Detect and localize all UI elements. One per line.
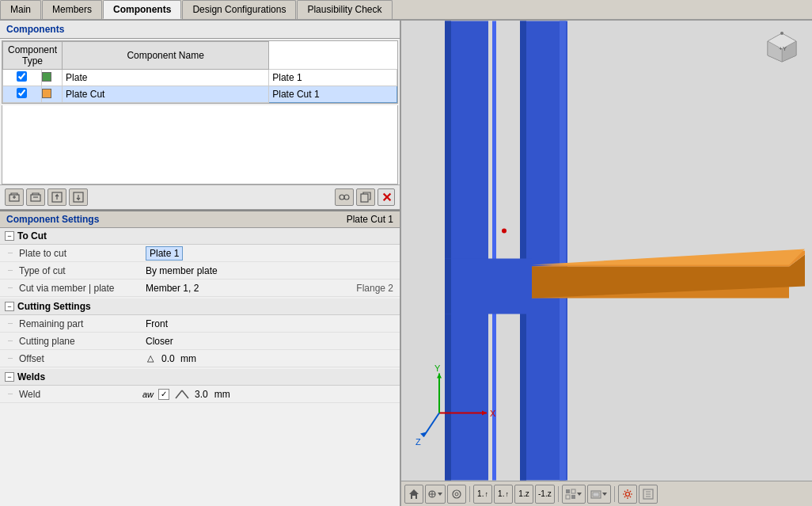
toolbar-left xyxy=(5,188,88,206)
copy-btn[interactable] xyxy=(356,188,375,206)
svg-line-11 xyxy=(182,390,188,398)
render-nz-btn[interactable]: -1.z xyxy=(535,485,555,504)
render-mode-btn[interactable] xyxy=(562,485,586,504)
left-panel: Components Component Type Component Name xyxy=(0,21,401,506)
weld-checkbox-display: ✓ xyxy=(158,389,169,400)
to-cut-label: To Cut xyxy=(17,230,47,242)
to-cut-header[interactable]: − To Cut xyxy=(0,228,400,245)
collapse-icon: − xyxy=(5,372,14,382)
prop-value-plate-to-cut: Plate 1 xyxy=(142,246,400,261)
viewport-3d[interactable]: X Y Z +Y xyxy=(401,21,812,481)
svg-rect-17 xyxy=(560,21,566,481)
prop-row-plate-to-cut: ┄ Plate to cut Plate 1 xyxy=(0,245,400,262)
move-down-btn[interactable] xyxy=(69,188,88,206)
weld-tag: aw xyxy=(142,390,154,399)
svg-rect-9 xyxy=(361,194,368,202)
svg-text:+Y: +Y xyxy=(779,45,787,52)
svg-rect-14 xyxy=(445,21,451,481)
svg-rect-3 xyxy=(31,195,40,201)
cutting-settings-label: Cutting Settings xyxy=(17,301,91,312)
svg-point-56 xyxy=(625,492,629,496)
svg-rect-13 xyxy=(445,21,488,481)
svg-text:Y: Y xyxy=(434,363,441,373)
svg-text:Z: Z xyxy=(415,437,421,447)
svg-rect-23 xyxy=(445,259,532,314)
collapse-icon: − xyxy=(5,231,14,241)
components-empty-area xyxy=(2,105,398,185)
nav-cube[interactable]: +Y xyxy=(761,27,803,68)
svg-point-47 xyxy=(455,493,458,496)
platecut-checkbox[interactable] xyxy=(17,88,27,98)
platecut-type-cell: Plate Cut xyxy=(63,86,269,103)
home-view-btn[interactable] xyxy=(404,485,423,504)
svg-line-10 xyxy=(176,390,182,398)
prop-row-offset: ┄ Offset △ 0.0 mm xyxy=(0,350,400,367)
prop-value-type-of-cut: By member plate xyxy=(142,264,400,278)
link-btn[interactable] xyxy=(335,188,354,206)
settings-subtitle: Plate Cut 1 xyxy=(347,214,393,225)
move-up-btn[interactable] xyxy=(47,188,66,206)
tab-plausibility-check[interactable]: Plausibility Check xyxy=(297,0,392,19)
svg-rect-16 xyxy=(520,21,526,481)
offset-delta-icon: △ xyxy=(142,352,158,365)
svg-marker-41 xyxy=(409,489,419,499)
components-table-container: Component Type Component Name xyxy=(2,40,398,104)
prop-extra-cut-via: Flange 2 xyxy=(350,281,400,295)
prop-row-remaining: ┄ Remaining part Front xyxy=(0,315,400,333)
weld-symbol-icon xyxy=(174,389,190,400)
prop-value-cut-via: Member 1, 2 xyxy=(142,281,350,295)
render-z-btn[interactable]: 1.z xyxy=(514,485,533,504)
svg-rect-49 xyxy=(571,489,575,493)
plate-checkbox[interactable] xyxy=(17,71,27,82)
parallel-view-btn[interactable] xyxy=(447,485,466,504)
platecut-name-cell: Plate Cut 1 xyxy=(269,86,397,103)
svg-rect-24 xyxy=(445,259,451,314)
settings-header: Component Settings Plate Cut 1 xyxy=(0,210,400,228)
add-component-btn[interactable] xyxy=(5,188,24,206)
toolbar-separator-3 xyxy=(614,486,615,502)
components-area: Component Type Component Name xyxy=(0,39,400,210)
prop-row-cut-via: ┄ Cut via member | plate Member 1, 2 Fla… xyxy=(0,280,400,297)
main-layout: Components Component Type Component Name xyxy=(0,21,812,506)
weld-prop-row: ┄ Weld aw ✓ 3.0 mm xyxy=(0,386,400,403)
components-table: Component Type Component Name xyxy=(2,41,397,103)
welds-header[interactable]: − Welds xyxy=(0,369,400,386)
svg-rect-50 xyxy=(566,495,570,499)
view-dropdown-btn[interactable] xyxy=(425,485,446,504)
weld-prop-name: Weld xyxy=(16,387,142,401)
to-cut-group: − To Cut ┄ Plate to cut Plate 1 ┄ Type o… xyxy=(0,228,400,297)
delete-component-btn[interactable] xyxy=(26,188,45,206)
svg-point-46 xyxy=(453,490,461,498)
weld-value: 3.0 xyxy=(195,389,208,400)
platecut-color-box xyxy=(42,89,51,98)
svg-rect-48 xyxy=(566,489,570,493)
delete-btn[interactable]: ✕ xyxy=(378,188,395,206)
svg-rect-51 xyxy=(571,495,575,499)
tab-main[interactable]: Main xyxy=(0,0,41,19)
tab-members[interactable]: Members xyxy=(42,0,102,19)
prop-name-offset: Offset xyxy=(16,352,142,366)
collapse-icon: − xyxy=(5,302,14,311)
render-x-btn[interactable]: 1.↑ xyxy=(473,485,492,504)
table-row[interactable]: Plate Cut Plate Cut 1 xyxy=(3,86,397,103)
render-y-btn[interactable]: 1.↑ xyxy=(494,485,513,504)
prop-name-type-of-cut: Type of cut xyxy=(16,264,142,278)
display-mode-btn[interactable] xyxy=(587,485,611,504)
more-options-btn[interactable] xyxy=(639,485,658,504)
svg-point-7 xyxy=(340,195,344,200)
prop-row-cutting-plane: ┄ Cutting plane Closer xyxy=(0,333,400,350)
settings-btn[interactable] xyxy=(618,485,637,504)
svg-point-8 xyxy=(344,195,349,200)
settings-title: Component Settings xyxy=(6,214,99,225)
prop-name-remaining: Remaining part xyxy=(16,317,142,331)
toolbar-separator-2 xyxy=(558,486,559,502)
plate-color-box xyxy=(42,72,51,82)
tab-components[interactable]: Components xyxy=(103,0,181,19)
prop-name-plate-to-cut: Plate to cut xyxy=(16,246,142,261)
col-component-type: Component Type xyxy=(3,42,63,70)
svg-marker-45 xyxy=(438,493,442,496)
svg-point-34 xyxy=(502,229,507,234)
table-row[interactable]: Plate Plate 1 xyxy=(3,70,397,86)
tab-design-configurations[interactable]: Design Configurations xyxy=(182,0,296,19)
cutting-settings-header[interactable]: − Cutting Settings xyxy=(0,299,400,315)
